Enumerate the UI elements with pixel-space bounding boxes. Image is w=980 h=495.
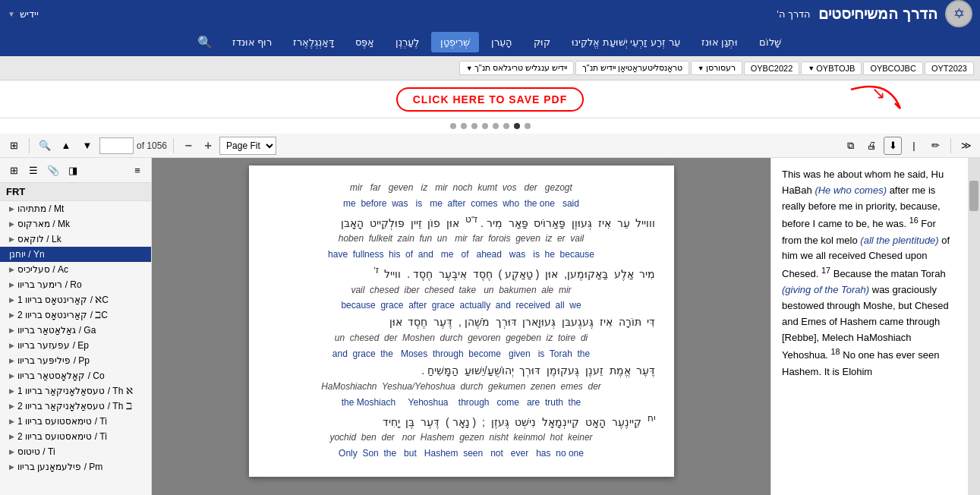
sidebar-item-pp[interactable]: ▶ פיליפּער בריוו / Pp xyxy=(0,353,151,368)
pdf-line-4: have fullness his of and me of ahead was… xyxy=(267,247,656,263)
top-bar-left: יידיש ▼ xyxy=(8,8,39,20)
pdf-toolbar: ⊞ 🔍 ▲ ▼ 374 of 1056 − + Page Fit 50% 75%… xyxy=(0,134,980,158)
pdf-line-3: hoben fulkeit zain fun un mir far forois… xyxy=(267,232,656,247)
dot-5[interactable] xyxy=(493,123,499,129)
tab-oybc2022[interactable]: OYBC2022 xyxy=(744,61,800,75)
sidebar-item-ep[interactable]: ▶ עפעזער בריוו / Ep xyxy=(0,338,151,353)
next-page-button[interactable]: ▼ xyxy=(78,137,96,155)
dot-1[interactable] xyxy=(450,123,456,129)
print-button[interactable]: 🖨 xyxy=(862,137,881,155)
download-button[interactable]: ⬇ xyxy=(884,137,902,155)
tab-oyt2023[interactable]: OYT2023 xyxy=(925,61,974,75)
pdf-line-12: Only Son the but Hashem seen not ever ha… xyxy=(267,446,656,462)
nav-erzerai[interactable]: עֵר זְרַע זַרְעֵי יְשׁוּעַת אֱלֹקֵינוּ xyxy=(562,32,689,52)
star-of-david-icon: ✡ xyxy=(953,5,965,22)
italic-phrase-3: (giving of the Torah) xyxy=(782,284,869,295)
tab-yiddish-english[interactable]: יידיש ענגליש טריגלאס תנ"ך ▼ xyxy=(459,61,574,75)
dot-2[interactable] xyxy=(461,123,467,129)
sidebar-item-ga[interactable]: ▶ גאַלאַטאַר בריוו / Ga xyxy=(0,323,151,338)
top-bar-right: הדרך ה' הדרך המשיחיסטים ✡ xyxy=(777,0,972,27)
tab-transliteration[interactable]: טראַנסליטעראַטיאַן יידיש תנ"ך xyxy=(575,61,689,75)
toolbar-separator-1 xyxy=(29,138,30,153)
pdf-rtl-4: דֶּעֶר אֱמֶת זֵענֶן גֶּעקוּמֶן דּוּרְך י… xyxy=(267,362,656,380)
dot-4[interactable] xyxy=(482,123,488,129)
pdf-text-block: mir far geven iz mir noch kumt vos der g… xyxy=(267,181,656,462)
pdf-rtl-3: דִּי תּוֹרָה אִיז גֶּעגֶעבּן גְּעוּוָארן… xyxy=(267,314,656,331)
sidebar-settings-icon[interactable]: ≡ xyxy=(128,161,147,179)
site-title: הדרך המשיחיסטים xyxy=(818,5,937,23)
derech-link[interactable]: הדרך ה' xyxy=(777,8,811,20)
toolbar-right: ⧉ 🖨 ⬇ | ✏ ≫ xyxy=(841,137,975,155)
nav-kuk[interactable]: קוּק xyxy=(525,32,559,52)
save-pdf-arrow-svg xyxy=(843,82,912,117)
tab-resursen[interactable]: רעסורסן ▼ xyxy=(691,61,742,75)
nav-sholem[interactable]: שָׁלוֹם xyxy=(750,32,790,52)
sidebar-item-mt[interactable]: ▶ מתתיהו / Mt xyxy=(0,201,151,216)
sidebar-toggle-button[interactable]: ⊞ xyxy=(5,137,23,155)
scrollbar[interactable] xyxy=(968,158,980,495)
tab-oybcojbc[interactable]: OYBCOJBC xyxy=(863,61,923,75)
sidebar-item-1c[interactable]: ▶ קאַרינטאָס בריוו 1 / ℵC xyxy=(0,292,151,307)
sidebar-item-1ti[interactable]: ▶ טימאסטועס בריוו 1 / Ti xyxy=(0,414,151,429)
sidebar-list-icon[interactable]: ⊞ xyxy=(5,161,23,179)
nav-hern[interactable]: הָעֵרן xyxy=(482,32,522,52)
sidebar-item-ac[interactable]: ▶ סעליכיס / Ac xyxy=(0,262,151,277)
pdf-page: mir far geven iz mir noch kumt vos der g… xyxy=(249,166,674,477)
nav-apes[interactable]: אַפֶּס xyxy=(346,32,383,52)
save-pdf-button[interactable]: CLICK HERE TO SAVE PDF xyxy=(396,87,585,112)
sidebar-attach-icon[interactable]: 📎 xyxy=(44,161,62,179)
text-tool-button[interactable]: | xyxy=(905,137,923,155)
page-number-input[interactable]: 374 xyxy=(99,137,134,154)
dot-8[interactable] xyxy=(525,123,531,129)
pdf-rtl-5: יח קֵיינֶעֶר הָאָט קֵיינְמָאָל נִישְׁט ג… xyxy=(267,411,656,431)
pdf-line-5: vail chesed iber chesed take un bakumen … xyxy=(267,283,656,298)
tab-oybtojb[interactable]: OYBTOJB ▼ xyxy=(801,61,862,75)
sidebar-item-ro[interactable]: ▶ רימער בריוו / Ro xyxy=(0,277,151,292)
nav-daanglaerz[interactable]: דָּאַנְגְלֶאֶרז xyxy=(284,32,343,52)
right-panel-text-1: This was he about whom he said, Hu HaBah… xyxy=(782,167,957,380)
sidebar-item-titus[interactable]: ▶ טיטוס / Ti xyxy=(0,444,151,459)
sidebar-item-pm[interactable]: ▶ פילעמאָנען בריוו / Pm xyxy=(0,459,151,475)
sidebar-item-co[interactable]: ▶ קאָלאָסטאַר בריוו / Co xyxy=(0,368,151,383)
translation-tabs: OYT2023 OYBCOJBC OYBTOJB ▼ OYBC2022 רעסו… xyxy=(0,56,980,80)
sidebar-outline-icon[interactable]: ☰ xyxy=(24,161,43,179)
right-panel: This was he about whom he said, Hu HaBah… xyxy=(770,158,968,495)
dot-7[interactable] xyxy=(514,123,520,129)
save-pdf-banner: CLICK HERE TO SAVE PDF ↘ xyxy=(0,80,980,118)
nav-utgan[interactable]: וּתְגַן אוּנז xyxy=(692,32,748,52)
sidebar-item-2ti[interactable]: ▶ טימאסטועס בריוו 2 / Ti xyxy=(0,429,151,444)
zoom-in-button[interactable]: + xyxy=(200,137,216,154)
pdf-line-7: un chesed der Moshen durch gevoren gegeb… xyxy=(267,331,656,346)
pdf-line-6: because grace after grace actually and r… xyxy=(267,298,656,314)
sidebar-item-lk[interactable]: ▶ לוקאס / Lk xyxy=(0,232,151,247)
sidebar-layer-icon[interactable]: ◨ xyxy=(64,161,82,179)
toolbar-separator-3 xyxy=(950,138,951,153)
nav-bar: 🔍 רוּף אוּנדז דָּאַנְגְלֶאֶרז אַפֶּס לֶע… xyxy=(0,27,980,56)
pdf-line-8: and grace the Moses through become given… xyxy=(267,347,656,362)
sidebar-item-2th[interactable]: ▶ טעסאַלאָניקאַר בריוו 2 / Th ℶ xyxy=(0,399,151,414)
expand-button[interactable]: ≫ xyxy=(957,137,975,155)
open-new-window-button[interactable]: ⧉ xyxy=(841,137,859,155)
scrollbar-thumb[interactable] xyxy=(969,181,978,211)
sidebar-item-mk[interactable]: ▶ מארקוס / Mk xyxy=(0,216,151,232)
search-button[interactable]: 🔍 xyxy=(36,137,54,155)
zoom-out-button[interactable]: − xyxy=(180,137,197,154)
sidebar-item-2c[interactable]: ▶ קאַרינטאָס בריוו 2 / ℶC xyxy=(0,307,151,323)
yiddish-link[interactable]: יידיש xyxy=(20,8,39,20)
pdf-rtl-1: וווייל עֵר אִיז גְּעוּוֶן פַּאַרוֹיס פַּ… xyxy=(267,212,656,232)
top-bar: יידיש ▼ הדרך ה' הדרך המשיחיסטים ✡ xyxy=(0,0,980,27)
pdf-viewer[interactable]: mir far geven iz mir noch kumt vos der g… xyxy=(152,158,770,495)
sidebar-item-yn[interactable]: יוחנן / Yn xyxy=(0,247,151,262)
main-content: ⊞ ☰ 📎 ◨ ≡ FRT ▶ מתתיהו / Mt ▶ מארקוס / M… xyxy=(0,158,980,495)
zoom-select[interactable]: Page Fit 50% 75% 100% 125% 150% 200% xyxy=(219,137,276,155)
nav-leernen[interactable]: לֶעַרְנֶן xyxy=(386,32,428,52)
annotate-button[interactable]: ✏ xyxy=(926,137,944,155)
search-icon[interactable]: 🔍 xyxy=(190,32,220,52)
sidebar-item-1th[interactable]: ▶ טעסאַלאָניקאַר בריוו 1 / Th ℵ xyxy=(0,383,151,399)
dot-6[interactable] xyxy=(503,123,509,129)
dot-3[interactable] xyxy=(471,123,477,129)
prev-page-button[interactable]: ▲ xyxy=(57,137,75,155)
nav-rufundz[interactable]: רוּף אוּנדז xyxy=(223,32,282,52)
nav-shriftn[interactable]: שְׁרִיפְטַן xyxy=(431,32,479,52)
sidebar: ⊞ ☰ 📎 ◨ ≡ FRT ▶ מתתיהו / Mt ▶ מארקוס / M… xyxy=(0,158,152,495)
